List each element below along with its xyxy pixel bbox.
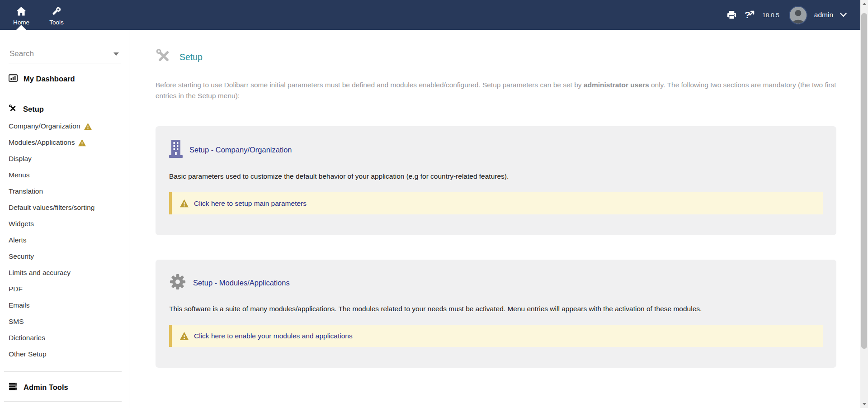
intro-bold-text: administrator users xyxy=(584,81,649,89)
warning-icon xyxy=(179,332,189,340)
sidebar-section-setup[interactable]: Setup xyxy=(9,104,129,114)
sidebar-item-sms[interactable]: SMS xyxy=(0,313,129,330)
card-title-link[interactable]: Setup - Company/Organization xyxy=(189,146,292,154)
top-navbar: Home Tools xyxy=(0,0,860,30)
warning-icon xyxy=(84,123,92,130)
building-icon xyxy=(169,140,183,160)
page-title-row: Setup xyxy=(156,48,836,66)
sidebar-item-dictionaries[interactable]: Dictionaries xyxy=(0,330,129,346)
sidebar-item-alerts[interactable]: Alerts xyxy=(0,232,129,248)
sidebar-item-other-setup[interactable]: Other Setup xyxy=(0,346,129,362)
sidebar-section-label: Setup xyxy=(23,105,44,114)
sidebar-section-label: My Dashboard xyxy=(24,75,75,83)
active-menu-arrow xyxy=(16,25,26,30)
sidebar-item-label: Display xyxy=(9,154,32,163)
sidebar-item-label: Dictionaries xyxy=(9,333,45,342)
scrollbar-thumb[interactable] xyxy=(861,13,867,349)
bar-chart-icon xyxy=(9,74,18,84)
sidebar-item-label: Alerts xyxy=(9,236,27,245)
sidebar-item-label: Company/Organization xyxy=(9,122,80,131)
home-icon xyxy=(16,6,27,17)
search-dropdown-caret-icon[interactable] xyxy=(113,52,119,56)
help-icon[interactable]: ? xyxy=(744,9,755,20)
username-label[interactable]: admin xyxy=(814,11,833,19)
sidebar-item-label: Security xyxy=(9,252,34,261)
tools-gray-icon xyxy=(156,48,172,66)
sidebar-item-label: Limits and accuracy xyxy=(9,268,71,277)
sidebar-divider xyxy=(4,401,122,402)
sidebar-section-label: Admin Tools xyxy=(24,383,68,392)
main-menu: Home Tools xyxy=(4,0,74,30)
sidebar-item-label: Other Setup xyxy=(9,350,47,359)
sidebar-item-translation[interactable]: Translation xyxy=(0,183,129,199)
sidebar-item-security[interactable]: Security xyxy=(0,248,129,265)
scrollbar-up-arrow[interactable] xyxy=(860,0,868,8)
warning-icon xyxy=(78,139,86,147)
wrench-icon xyxy=(52,6,61,17)
menu-item-tools-label: Tools xyxy=(49,19,64,26)
sidebar-item-label: Menus xyxy=(9,171,30,180)
sidebar-item-limits-accuracy[interactable]: Limits and accuracy xyxy=(0,265,129,281)
sidebar-section-my-dashboard[interactable]: My Dashboard xyxy=(9,74,129,84)
sidebar-item-default-values[interactable]: Default values/filters/sorting xyxy=(0,199,129,216)
version-label: 18.0.5 xyxy=(762,12,779,19)
sidebar-item-label: Default values/filters/sorting xyxy=(9,203,94,212)
sidebar-item-modules-applications[interactable]: Modules/Applications xyxy=(0,134,129,151)
search-box xyxy=(9,49,121,63)
sidebar-item-label: PDF xyxy=(9,285,23,294)
card-modules-applications: Setup - Modules/Applications This softwa… xyxy=(156,260,836,368)
topbar-right-tools: ? 18.0.5 admin xyxy=(726,0,847,30)
card-title-link[interactable]: Setup - Modules/Applications xyxy=(193,279,290,287)
sidebar-item-label: Emails xyxy=(9,301,30,310)
gear-icon xyxy=(169,273,186,292)
sidebar-item-emails[interactable]: Emails xyxy=(0,297,129,313)
intro-text: Before starting to use Dolibarr some ini… xyxy=(156,81,584,89)
sidebar: My Dashboard Setup Company/Organization … xyxy=(0,30,129,408)
page-scrollbar[interactable] xyxy=(860,0,868,408)
setup-main-parameters-link[interactable]: Click here to setup main parameters xyxy=(194,199,307,208)
sidebar-item-display[interactable]: Display xyxy=(0,151,129,167)
sidebar-item-label: Translation xyxy=(9,187,43,196)
sidebar-item-label: Widgets xyxy=(9,219,34,228)
user-chevron-down-icon[interactable] xyxy=(840,13,847,17)
sidebar-item-company-organization[interactable]: Company/Organization xyxy=(0,118,129,134)
warning-strip: Click here to setup main parameters xyxy=(169,192,823,214)
sidebar-section-admin-tools[interactable]: Admin Tools xyxy=(9,383,129,392)
card-company-organization: Setup - Company/Organization Basic param… xyxy=(156,126,836,235)
sidebar-divider xyxy=(4,93,122,93)
sidebar-item-menus[interactable]: Menus xyxy=(0,167,129,183)
tools-icon xyxy=(9,104,17,114)
card-header: Setup - Company/Organization xyxy=(169,140,823,160)
sidebar-divider xyxy=(4,371,122,372)
print-icon[interactable] xyxy=(726,10,737,20)
server-icon xyxy=(9,383,18,392)
avatar[interactable] xyxy=(789,6,807,24)
card-header: Setup - Modules/Applications xyxy=(169,273,823,292)
setup-menu-list: Company/Organization Modules/Application… xyxy=(0,118,129,362)
scrollbar-down-arrow[interactable] xyxy=(860,400,868,408)
main-content: Setup Before starting to use Dolibarr so… xyxy=(130,30,860,408)
sidebar-item-widgets[interactable]: Widgets xyxy=(0,216,129,232)
warning-icon xyxy=(179,199,189,208)
menu-item-tools[interactable]: Tools xyxy=(39,0,74,30)
enable-modules-link[interactable]: Click here to enable your modules and ap… xyxy=(194,332,353,340)
sidebar-item-label: Modules/Applications xyxy=(9,138,75,147)
sidebar-item-pdf[interactable]: PDF xyxy=(0,281,129,297)
intro-paragraph: Before starting to use Dolibarr some ini… xyxy=(156,80,836,101)
sidebar-item-label: SMS xyxy=(9,317,24,326)
card-body-text: This software is a suite of many modules… xyxy=(169,304,823,314)
search-input[interactable] xyxy=(9,49,113,59)
warning-strip: Click here to enable your modules and ap… xyxy=(169,325,823,347)
page-title: Setup xyxy=(179,52,203,62)
card-body-text: Basic parameters used to customize the d… xyxy=(169,171,823,181)
